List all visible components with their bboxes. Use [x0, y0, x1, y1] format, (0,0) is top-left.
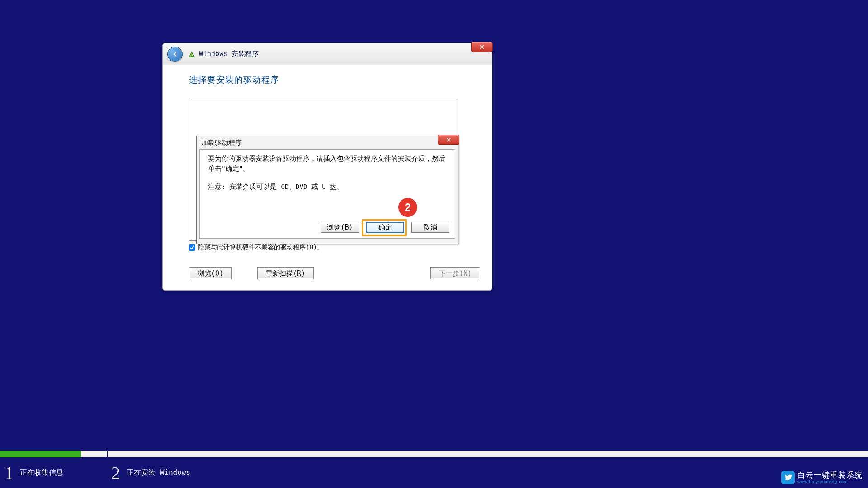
window-close-button[interactable] [471, 42, 493, 52]
watermark: 白云一键重装系统 www.baiyunxitong.com [781, 471, 863, 484]
progress-divider [107, 451, 108, 457]
close-icon [446, 137, 452, 143]
step-number-2: 2 [111, 462, 120, 483]
app-icon [187, 50, 196, 59]
page-heading: 选择要安装的驱动程序 [189, 74, 466, 86]
watermark-brand: 白云一键重装系统 [797, 471, 863, 479]
progress-step-1: 1 正在收集信息 [0, 459, 107, 486]
progress-area: 1 正在收集信息 2 正在安装 Windows [0, 451, 868, 488]
back-button[interactable] [167, 47, 183, 62]
progress-step-labels: 1 正在收集信息 2 正在安装 Windows [0, 459, 868, 486]
bottom-button-row: 浏览(O) 重新扫描(R) 下一步(N) [189, 267, 480, 279]
dialog-title-text: 加载驱动程序 [201, 139, 242, 147]
dialog-browse-button[interactable]: 浏览(B) [321, 222, 359, 233]
titlebar: Windows 安装程序 [163, 43, 492, 65]
dialog-ok-button[interactable]: 确定 [366, 222, 404, 233]
hide-incompatible-checkbox-row[interactable]: 隐藏与此计算机硬件不兼容的驱动程序(H)。 [189, 244, 466, 252]
dialog-close-button[interactable] [438, 135, 459, 145]
arrow-left-icon [171, 50, 179, 58]
dialog-button-row: 浏览(B) 确定 取消 [321, 222, 449, 233]
watermark-url: www.baiyunxitong.com [797, 480, 863, 484]
dialog-message: 要为你的驱动器安装设备驱动程序，请插入包含驱动程序文件的安装介质，然后单击"确定… [208, 154, 447, 174]
close-icon [479, 44, 485, 50]
watermark-text: 白云一键重装系统 www.baiyunxitong.com [797, 471, 863, 484]
hide-incompatible-checkbox[interactable] [189, 244, 195, 251]
hide-incompatible-label: 隐藏与此计算机硬件不兼容的驱动程序(H)。 [198, 244, 323, 252]
load-driver-dialog: 加载驱动程序 要为你的驱动器安装设备驱动程序，请插入包含驱动程序文件的安装介质，… [196, 136, 458, 244]
progress-fill [0, 451, 81, 457]
rescan-button[interactable]: 重新扫描(R) [257, 267, 314, 279]
dialog-body: 要为你的驱动器安装设备驱动程序，请插入包含驱动程序文件的安装介质，然后单击"确定… [199, 149, 455, 239]
progress-track [0, 451, 868, 457]
step-number-1: 1 [5, 462, 14, 483]
browse-button[interactable]: 浏览(O) [189, 267, 232, 279]
bird-icon [783, 473, 793, 482]
progress-step-2: 2 正在安装 Windows [107, 459, 190, 486]
dialog-note: 注意: 安装介质可以是 CD、DVD 或 U 盘。 [208, 182, 447, 192]
step-2-label: 正在安装 Windows [127, 468, 190, 478]
dialog-cancel-button[interactable]: 取消 [411, 222, 449, 233]
step-1-label: 正在收集信息 [20, 468, 63, 478]
watermark-icon [781, 471, 795, 484]
step-badge-number: 2 [405, 201, 410, 214]
dialog-title: 加载驱动程序 [197, 136, 458, 149]
next-button[interactable]: 下一步(N) [430, 267, 480, 279]
window-title: Windows 安装程序 [199, 50, 259, 58]
step-badge: 2 [398, 198, 417, 217]
